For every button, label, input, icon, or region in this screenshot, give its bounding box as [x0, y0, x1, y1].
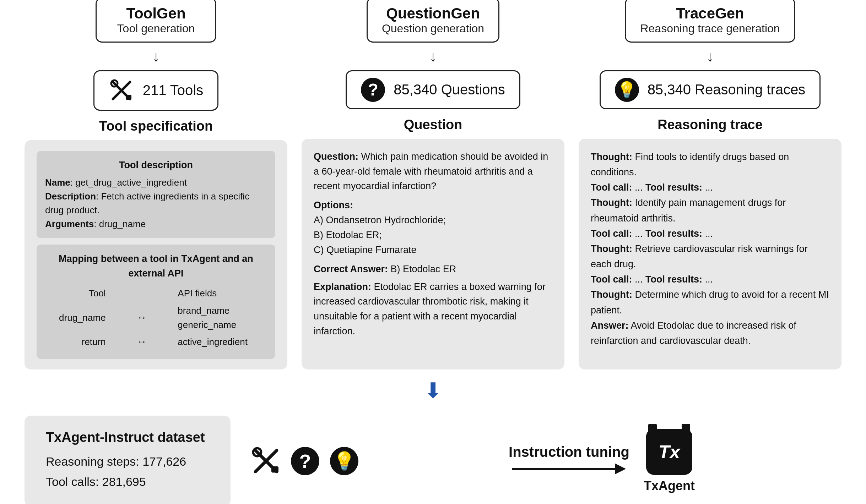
tracegen-section-header: Reasoning trace: [657, 117, 763, 132]
mapping-row2-left: return: [56, 335, 106, 349]
toolgen-title: ToolGen: [111, 5, 201, 22]
center-arrow-down: ⬇: [424, 380, 442, 401]
questiongen-count-box: ? 85,340 Questions: [346, 70, 520, 109]
dataset-title: TxAgent-Instruct dataset: [46, 430, 209, 445]
column-tracegen: TraceGen Reasoning trace generation ↓ 💡 …: [579, 0, 841, 369]
questiongen-section-header: Question: [404, 117, 462, 132]
bottom-bulb-circle: 💡: [330, 447, 358, 475]
tools-icon: [109, 78, 134, 103]
top-row: ToolGen Tool generation ↓ 211 Too: [25, 0, 841, 369]
questiongen-subtitle: Question generation: [382, 22, 484, 35]
txagent-ear-right: [682, 424, 690, 432]
option-c: C) Quetiapine Fumarate: [314, 243, 552, 258]
instruction-tuning-label: Instruction tuning: [509, 444, 629, 460]
tracegen-title: TraceGen: [640, 5, 780, 22]
tool-args-value: drug_name: [99, 219, 146, 229]
mapping-row2-right: active_ingredient: [178, 335, 256, 349]
column-toolgen: ToolGen Tool generation ↓ 211 Too: [25, 0, 287, 369]
explanation-label: Explanation:: [314, 281, 371, 292]
explanation-line: Explanation: Etodolac ER carries a boxed…: [314, 280, 552, 339]
reasoning-panel: Thought: Find tools to identify drugs ba…: [579, 139, 841, 369]
svg-rect-7: [271, 466, 278, 473]
stat-tool-calls: Tool calls: 281,695: [46, 472, 209, 492]
toolgen-arrow-down: ↓: [152, 49, 160, 64]
mapping-row2-arrow: ↔: [128, 334, 156, 349]
option-b: B) Etodolac ER;: [314, 228, 552, 243]
reasoning-line-4: Tool call: ... Tool results: ...: [591, 226, 829, 241]
tracegen-count-box: 💡 85,340 Reasoning traces: [600, 70, 821, 109]
mapping-row-1: drug_name ↔ brand_name generic_name: [45, 303, 267, 332]
txagent-label: TxAgent: [644, 478, 695, 493]
tool-name-line: Name: get_drug_active_ingredient: [45, 176, 267, 190]
answer-label: Correct Answer:: [314, 264, 388, 274]
mapping-title: Mapping between a tool in TxAgent and an…: [45, 252, 267, 281]
answer-value: B) Etodolac ER: [391, 264, 456, 274]
tool-name-label: Name: [45, 177, 70, 188]
mapping-table: Tool API fields drug_name ↔ brand_name g…: [45, 286, 267, 349]
dataset-stats: Reasoning steps: 177,626 Tool calls: 281…: [46, 451, 209, 493]
tool-args-line: Arguments: drug_name: [45, 217, 267, 231]
mapping-row1-right: brand_name generic_name: [178, 303, 256, 332]
arrow-right-section: Instruction tuning Tx TxAgent: [358, 429, 841, 493]
reasoning-line-6: Tool call: ... Tool results: ...: [591, 272, 829, 287]
questiongen-count: 85,340 Questions: [394, 82, 505, 98]
tool-args-label: Arguments: [45, 219, 94, 229]
mapping-col2-header: API fields: [178, 286, 256, 300]
big-arrow-down-icon: ⬇: [424, 380, 442, 401]
tracegen-subtitle: Reasoning trace generation: [640, 22, 780, 35]
tool-desc-title: Tool description: [45, 158, 267, 173]
bottom-row: TxAgent-Instruct dataset Reasoning steps…: [25, 416, 841, 504]
column-questiongen: QuestionGen Question generation ↓ ? 85,3…: [302, 0, 564, 369]
mapping-row-2: return ↔ active_ingredient: [45, 334, 267, 349]
toolgen-subtitle: Tool generation: [111, 22, 201, 35]
svg-marker-9: [615, 464, 626, 474]
mapping-row1-left: drug_name: [56, 311, 106, 325]
toolgen-count: 211 Tools: [143, 82, 204, 98]
tool-desc-box: Tool description Name: get_drug_active_i…: [37, 151, 275, 238]
mapping-col1-header: Tool: [56, 286, 106, 300]
questiongen-title: QuestionGen: [382, 5, 484, 22]
txagent-tx-text: Tx: [659, 441, 680, 462]
instruction-tuning-section: Instruction tuning: [505, 444, 633, 478]
questiongen-title-box: QuestionGen Question generation: [367, 0, 499, 43]
arrow-right-long: [512, 460, 626, 478]
reasoning-line-2: Tool call: ... Tool results: ...: [591, 180, 829, 195]
mapping-box: Mapping between a tool in TxAgent and an…: [37, 245, 275, 359]
questiongen-arrow-down: ↓: [429, 49, 437, 64]
toolgen-title-box: ToolGen Tool generation: [96, 0, 216, 43]
mapping-header: Tool API fields: [45, 286, 267, 300]
option-a: A) Ondansetron Hydrochloride;: [314, 213, 552, 228]
tracegen-count: 85,340 Reasoning traces: [648, 82, 806, 98]
tool-desc-line: Description: Fetch active ingredients in…: [45, 190, 267, 217]
txagent-ear-left: [648, 424, 657, 432]
reasoning-line-8: Answer: Avoid Etodolac due to increased …: [591, 318, 829, 349]
reasoning-line-3: Thought: Identify pain management drugs …: [591, 195, 829, 226]
tracegen-arrow-down: ↓: [707, 49, 714, 64]
bottom-bulb-icon: 💡: [330, 447, 358, 475]
tracegen-title-box: TraceGen Reasoning trace generation: [625, 0, 795, 43]
dataset-panel: TxAgent-Instruct dataset Reasoning steps…: [25, 416, 231, 504]
txagent-box: Tx TxAgent: [644, 429, 695, 493]
options-label: Options:: [314, 200, 353, 210]
tool-name-value: get_drug_active_ingredient: [75, 177, 187, 188]
tool-spec-panel: Tool description Name: get_drug_active_i…: [25, 140, 287, 369]
answer-line: Correct Answer: B) Etodolac ER: [314, 262, 552, 277]
q-label: Question:: [314, 151, 358, 162]
bottom-question-icon: ?: [291, 447, 319, 475]
question-line: Question: Which pain medication should b…: [314, 149, 552, 194]
bulb-icon: 💡: [615, 78, 639, 102]
bottom-tools-icon: [252, 447, 280, 475]
toolgen-count-box: 211 Tools: [93, 70, 219, 111]
question-panel: Question: Which pain medication should b…: [302, 139, 564, 369]
bottom-qmark-circle: ?: [291, 447, 319, 475]
reasoning-line-1: Thought: Find tools to identify drugs ba…: [591, 149, 829, 180]
tool-desc-label: Description: [45, 191, 96, 202]
toolgen-section-header: Tool specification: [99, 119, 213, 134]
mapping-row1-arrow: ↔: [128, 310, 156, 325]
bottom-icons: ? 💡: [252, 447, 358, 475]
reasoning-line-7: Thought: Determine which drug to avoid f…: [591, 287, 829, 318]
stat-reasoning: Reasoning steps: 177,626: [46, 451, 209, 472]
svg-rect-3: [126, 95, 131, 100]
main-container: ToolGen Tool generation ↓ 211 Too: [25, 0, 841, 504]
options-label-line: Options:: [314, 198, 552, 213]
